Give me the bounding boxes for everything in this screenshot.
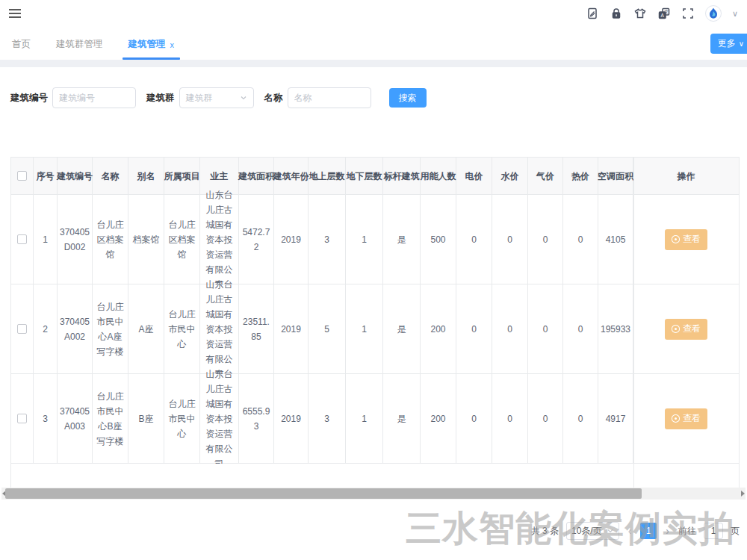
scrollbar-thumb[interactable] (5, 488, 642, 499)
scroll-right-arrow-icon[interactable] (741, 491, 745, 497)
fullscreen-icon[interactable] (681, 7, 695, 20)
eye-icon (672, 325, 680, 333)
col-header: 地下层数 (346, 158, 383, 195)
col-header: 建筑面积 (239, 158, 274, 195)
building-group-select[interactable]: 建筑群 (179, 87, 254, 108)
tab-bar: 首页 建筑群管理 建筑管理 x 更多 ∨ (0, 27, 747, 60)
table-row: 1 370405D002 台儿庄区档案馆 档案馆 台儿庄区档案馆 山东台儿庄古城… (11, 195, 739, 284)
row-checkbox[interactable] (17, 414, 27, 423)
col-header: 电价 (456, 158, 492, 195)
col-header: 建筑编号 (58, 158, 93, 195)
view-button[interactable]: 查看 (665, 229, 707, 250)
view-button[interactable]: 查看 (665, 408, 707, 429)
eye-icon (672, 414, 680, 423)
col-header: 名称 (93, 158, 128, 195)
page-number-button[interactable]: 1 (640, 523, 657, 539)
search-toolbar: 建筑编号 建筑群 建筑群 名称 搜索 (0, 67, 747, 108)
table-empty-space (11, 464, 739, 488)
col-header: 热价 (563, 158, 598, 195)
col-header: 标杆建筑 (383, 158, 421, 195)
chevron-down-icon: ∨ (739, 40, 744, 48)
horizontal-scrollbar[interactable] (1, 488, 746, 500)
row-checkbox[interactable] (17, 324, 27, 334)
more-button[interactable]: 更多 ∨ (710, 34, 747, 54)
col-header: 所属项目 (164, 158, 200, 195)
select-all-cell (11, 158, 34, 195)
select-all-checkbox[interactable] (17, 171, 27, 181)
col-header: 空调面积 (598, 158, 633, 195)
pagination: 共 3 条 10条/页 ‹ 1 › 前往 页 (0, 522, 740, 540)
prev-page-button[interactable]: ‹ (627, 525, 633, 537)
translate-icon[interactable]: A文 (657, 7, 671, 20)
page-unit-label: 页 (731, 525, 740, 538)
goto-page-input[interactable] (704, 523, 723, 539)
buildings-table: 序号 建筑编号 名称 别名 所属项目 业主 建筑面积 建筑年份 地上层数 地下层… (10, 157, 740, 488)
tab-home[interactable]: 首页 (6, 38, 37, 60)
col-header: 别名 (128, 158, 164, 195)
document-edit-icon[interactable] (586, 7, 599, 20)
chevron-down-icon (240, 94, 247, 102)
tab-building-group[interactable]: 建筑群管理 (50, 38, 109, 60)
lock-icon[interactable] (610, 7, 623, 20)
page-size-select[interactable]: 10条/页 (566, 522, 619, 540)
menu-toggle-icon[interactable] (9, 9, 21, 18)
building-no-label: 建筑编号 (10, 92, 48, 105)
col-header-action: 操作 (633, 158, 739, 195)
name-label: 名称 (264, 92, 283, 105)
name-input[interactable] (288, 87, 371, 108)
content-divider (0, 60, 747, 67)
next-page-button[interactable]: › (664, 525, 671, 537)
eye-icon (672, 235, 680, 243)
col-header: 建筑年份 (274, 158, 309, 195)
chevron-down-icon[interactable]: ∨ (732, 9, 738, 19)
tab-building-manage[interactable]: 建筑管理 x (123, 38, 181, 60)
col-header: 水价 (492, 158, 528, 195)
theme-shirt-icon[interactable] (633, 7, 647, 20)
search-button[interactable]: 搜索 (389, 88, 427, 108)
table-row: 2 370405A002 台儿庄市民中心A座写字楼 A座 台儿庄市民中心 山东台… (11, 284, 739, 374)
table-body: 1 370405D002 台儿庄区档案馆 档案馆 台儿庄区档案馆 山东台儿庄古城… (11, 195, 739, 464)
col-header: 序号 (34, 158, 58, 195)
col-header: 地上层数 (309, 158, 346, 195)
building-group-label: 建筑群 (146, 92, 175, 105)
building-no-input[interactable] (52, 87, 136, 108)
fixed-column-divider (633, 158, 634, 488)
view-button[interactable]: 查看 (665, 319, 707, 340)
total-count: 共 3 条 (531, 525, 559, 538)
close-tab-icon[interactable]: x (170, 40, 175, 49)
col-header: 用能人数 (421, 158, 456, 195)
app-logo[interactable] (705, 5, 722, 22)
chevron-down-icon (607, 527, 614, 535)
table-row: 3 370405A003 台儿庄市民中心B座写字楼 B座 台儿庄市民中心 山东台… (11, 374, 739, 464)
svg-text:文: 文 (664, 9, 669, 14)
goto-label: 前往 (678, 525, 696, 538)
top-navbar: A文 ∨ (0, 0, 747, 27)
col-header: 气价 (528, 158, 563, 195)
row-checkbox[interactable] (17, 234, 27, 244)
table-header-row: 序号 建筑编号 名称 别名 所属项目 业主 建筑面积 建筑年份 地上层数 地下层… (11, 158, 739, 195)
